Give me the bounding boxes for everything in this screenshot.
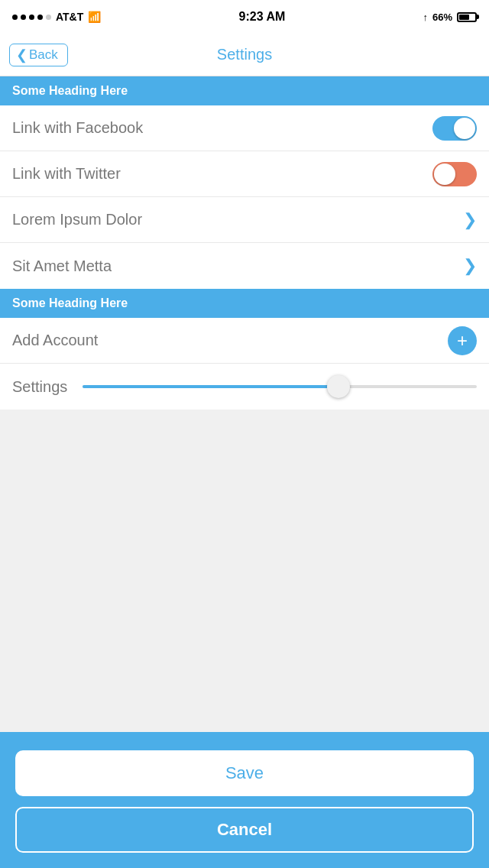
section-heading-2: Some Heading Here xyxy=(0,289,489,318)
list-item[interactable]: Sit Amet Metta ❯ xyxy=(0,243,489,289)
signal-dots xyxy=(12,15,51,20)
status-right: ↑ 66% xyxy=(423,11,477,23)
battery-percentage: 66% xyxy=(432,11,452,23)
back-button[interactable]: ❮ Back xyxy=(9,44,68,66)
slider-fill xyxy=(83,385,338,388)
add-account-button[interactable]: + xyxy=(448,326,477,355)
nav-bar: ❮ Back Settings xyxy=(0,34,489,76)
status-bar: AT&T 📶 9:23 AM ↑ 66% xyxy=(0,0,489,34)
location-icon: ↑ xyxy=(423,11,428,23)
back-chevron-icon: ❮ xyxy=(16,48,28,62)
list-item[interactable]: Link with Twitter xyxy=(0,151,489,197)
lorem-label: Lorem Ipsum Dolor xyxy=(12,211,142,228)
save-button[interactable]: Save xyxy=(15,750,474,796)
chevron-right-icon: ❯ xyxy=(463,210,477,230)
twitter-link-label: Link with Twitter xyxy=(12,165,121,183)
settings-slider-label: Settings xyxy=(12,378,67,396)
list-item[interactable]: Link with Facebook xyxy=(0,105,489,151)
list-item[interactable]: Add Account + xyxy=(0,318,489,364)
wifi-icon: 📶 xyxy=(88,11,101,23)
page-title: Settings xyxy=(217,46,272,63)
cancel-button[interactable]: Cancel xyxy=(15,807,474,853)
toggle-knob xyxy=(434,164,455,185)
bottom-section: Save Cancel xyxy=(0,732,489,868)
battery-icon xyxy=(457,12,477,22)
carrier-label: AT&T xyxy=(56,11,83,23)
section-heading-1: Some Heading Here xyxy=(0,76,489,105)
facebook-link-label: Link with Facebook xyxy=(12,119,143,137)
facebook-toggle[interactable] xyxy=(432,116,477,141)
status-time: 9:23 AM xyxy=(239,10,286,24)
plus-icon: + xyxy=(457,332,468,350)
chevron-right-icon: ❯ xyxy=(463,256,477,276)
add-account-label: Add Account xyxy=(12,332,98,349)
settings-group-2: Add Account + Settings xyxy=(0,318,489,410)
settings-group-1: Link with Facebook Link with Twitter Lor… xyxy=(0,105,489,289)
list-item[interactable]: Settings xyxy=(0,364,489,410)
status-left: AT&T 📶 xyxy=(12,11,101,23)
list-item[interactable]: Lorem Ipsum Dolor ❯ xyxy=(0,197,489,243)
twitter-toggle[interactable] xyxy=(432,162,477,186)
slider-track[interactable] xyxy=(83,385,477,388)
toggle-knob xyxy=(454,118,475,139)
back-label: Back xyxy=(29,47,58,63)
slider-thumb[interactable] xyxy=(327,375,350,398)
sit-amet-label: Sit Amet Metta xyxy=(12,257,112,275)
slider-container xyxy=(83,385,477,388)
